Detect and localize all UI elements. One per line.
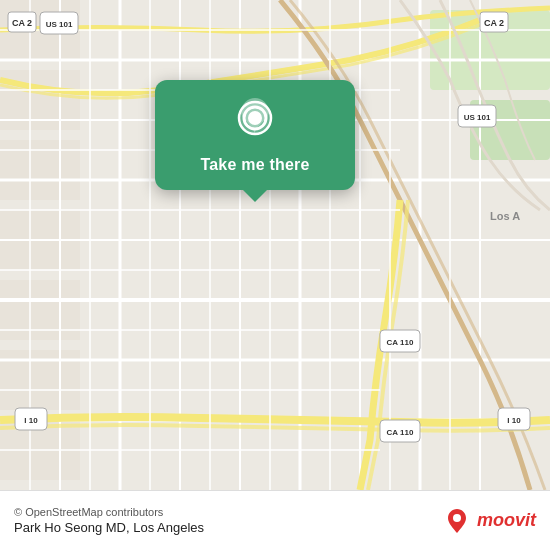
svg-rect-5	[0, 280, 80, 340]
location-name: Park Ho Seong MD, Los Angeles	[14, 520, 204, 535]
svg-text:I 10: I 10	[507, 416, 521, 425]
svg-point-61	[250, 113, 260, 123]
copyright-text: © OpenStreetMap contributors	[14, 506, 204, 518]
svg-rect-3	[0, 140, 80, 200]
take-me-there-button[interactable]: Take me there	[200, 156, 309, 174]
svg-text:US 101: US 101	[464, 113, 491, 122]
svg-text:I 10: I 10	[24, 416, 38, 425]
map-svg: US 101 CA 2 CA 2 US 101 CA 110 CA 110 I …	[0, 0, 550, 490]
moovit-pin-icon	[443, 507, 471, 535]
location-pin-icon	[231, 98, 279, 146]
svg-text:US 101: US 101	[46, 20, 73, 29]
svg-text:CA 110: CA 110	[387, 428, 414, 437]
map-container: US 101 CA 2 CA 2 US 101 CA 110 CA 110 I …	[0, 0, 550, 490]
svg-point-62	[453, 514, 461, 522]
svg-text:CA 2: CA 2	[484, 18, 504, 28]
moovit-brand-text: moovit	[477, 510, 536, 531]
navigation-card: Take me there	[155, 80, 355, 190]
svg-text:CA 2: CA 2	[12, 18, 32, 28]
bottom-left-info: © OpenStreetMap contributors Park Ho Seo…	[14, 506, 204, 535]
bottom-bar: © OpenStreetMap contributors Park Ho Seo…	[0, 490, 550, 550]
svg-text:CA 110: CA 110	[387, 338, 414, 347]
moovit-logo: moovit	[443, 507, 536, 535]
svg-text:Los A: Los A	[490, 210, 520, 222]
